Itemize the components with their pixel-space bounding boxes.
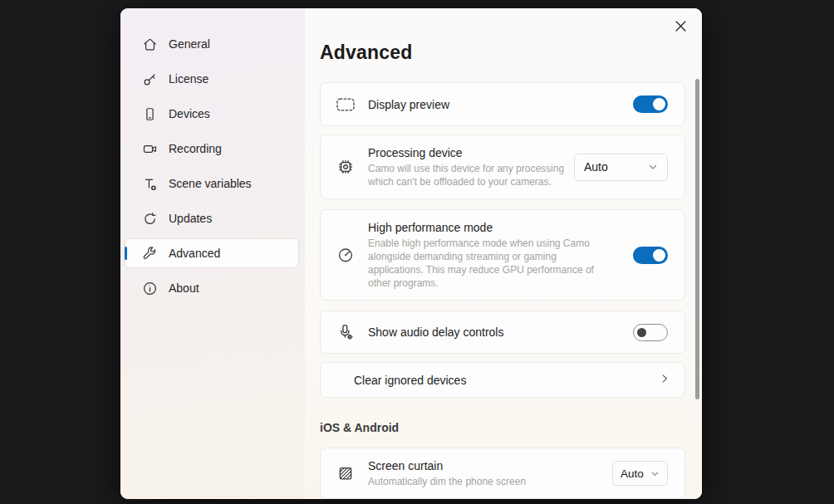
close-icon <box>675 21 686 32</box>
page-title: Advanced <box>320 42 685 64</box>
sidebar-item-general[interactable]: General <box>125 27 299 61</box>
settings-dialog: General License Devices Recording Scene <box>120 8 702 499</box>
chevron-right-icon <box>658 372 671 389</box>
section-header-ios-android: iOS & Android <box>320 421 685 434</box>
sidebar-item-advanced[interactable]: Advanced <box>125 238 299 268</box>
video-camera-icon <box>142 141 158 157</box>
screen-curtain-dropdown[interactable]: Auto <box>612 461 668 486</box>
high-performance-row: High performance mode Enable high perfor… <box>320 209 685 301</box>
high-performance-toggle[interactable] <box>633 247 668 264</box>
row-label: Clear ignored devices <box>354 373 466 388</box>
row-label: High performance mode <box>368 220 633 235</box>
chip-icon <box>336 158 356 176</box>
sidebar-item-scene-variables[interactable]: Scene variables <box>125 166 299 201</box>
toggle-knob <box>653 98 665 110</box>
sidebar-item-label: General <box>169 37 210 51</box>
audio-delay-row: Show audio delay controls <box>320 311 685 354</box>
dropdown-value: Auto <box>621 467 644 480</box>
display-preview-row: Display preview <box>320 82 685 126</box>
mic-gear-icon <box>336 323 356 341</box>
info-icon <box>142 281 158 296</box>
row-label: Display preview <box>368 97 633 112</box>
text-variable-icon <box>142 176 158 192</box>
sidebar-item-label: License <box>169 72 208 86</box>
row-description: Enable high performance mode when using … <box>368 237 614 290</box>
chevron-down-icon <box>648 162 658 172</box>
toggle-knob <box>653 249 665 262</box>
dashed-frame-icon <box>336 96 356 113</box>
main-panel: Advanced Display preview Processing devi… <box>305 8 702 499</box>
home-icon <box>142 37 158 52</box>
sidebar-item-label: Advanced <box>169 247 220 260</box>
gauge-icon <box>336 246 356 264</box>
processing-device-dropdown[interactable]: Auto <box>574 154 668 181</box>
processing-device-row: Processing device Camo will use this dev… <box>320 135 685 199</box>
clear-ignored-devices-row[interactable]: Clear ignored devices <box>320 362 685 398</box>
sidebar-item-about[interactable]: About <box>125 271 299 306</box>
sidebar-item-label: Scene variables <box>169 177 252 190</box>
row-label: Screen curtain <box>368 458 612 473</box>
sidebar-item-label: About <box>169 281 199 295</box>
sidebar-item-label: Recording <box>169 142 222 155</box>
sidebar-item-recording[interactable]: Recording <box>125 131 299 166</box>
row-label: Processing device <box>368 145 574 160</box>
wrench-icon <box>142 246 158 262</box>
phone-icon <box>142 106 158 122</box>
sidebar-item-label: Devices <box>169 107 210 120</box>
dropdown-value: Auto <box>584 160 608 174</box>
row-description: Automatically dim the phone screen <box>368 475 612 488</box>
sidebar-item-devices[interactable]: Devices <box>125 96 299 131</box>
key-icon <box>142 71 158 87</box>
close-button[interactable] <box>669 15 692 37</box>
scrollbar[interactable] <box>695 79 699 399</box>
row-label: Show audio delay controls <box>368 325 633 340</box>
sidebar-item-label: Updates <box>169 212 212 225</box>
toggle-knob <box>637 328 646 337</box>
display-preview-toggle[interactable] <box>633 95 668 113</box>
refresh-icon <box>142 211 158 227</box>
row-description: Camo will use this device for any proces… <box>368 162 574 188</box>
hatched-square-icon <box>336 464 356 482</box>
sidebar: General License Devices Recording Scene <box>120 8 305 499</box>
sidebar-item-license[interactable]: License <box>125 61 299 96</box>
sidebar-item-updates[interactable]: Updates <box>125 201 299 236</box>
screen-curtain-row: Screen curtain Automatically dim the pho… <box>320 448 685 499</box>
chevron-down-icon <box>650 469 660 478</box>
audio-delay-toggle[interactable] <box>633 324 668 341</box>
